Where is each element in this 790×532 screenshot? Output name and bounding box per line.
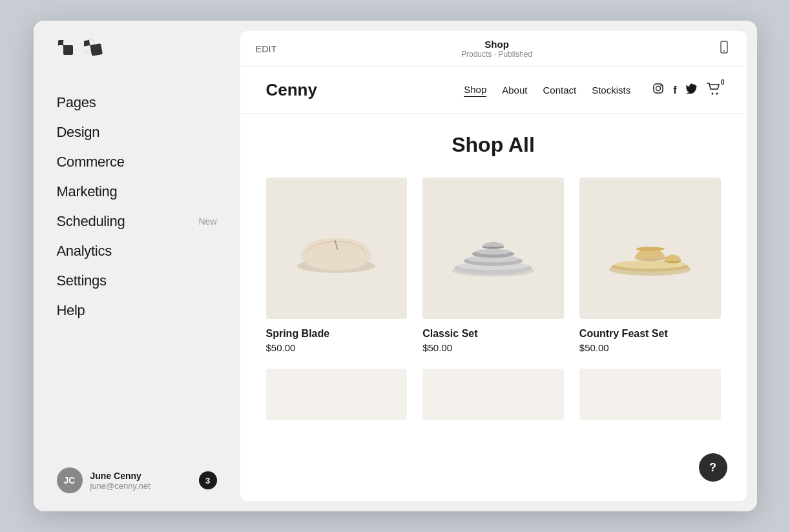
bowl-svg xyxy=(280,192,393,305)
browser-window: Pages Design Commerce Marketing Scheduli… xyxy=(34,21,757,511)
svg-rect-6 xyxy=(84,45,91,52)
squarespace-logo-svg xyxy=(84,39,109,59)
product-name-2: Classic Set xyxy=(422,328,564,340)
user-info[interactable]: JC June Cenny june@cenny.net xyxy=(57,467,151,493)
product-price-3: $50.00 xyxy=(579,342,721,353)
user-email: june@cenny.net xyxy=(90,481,151,491)
svg-point-13 xyxy=(711,92,713,94)
shop-header: Cenny Shop About Contact Stockists xyxy=(240,67,747,114)
product-image-2 xyxy=(422,178,564,319)
svg-point-23 xyxy=(475,249,511,254)
avatar: JC xyxy=(57,467,83,493)
svg-point-11 xyxy=(656,87,661,91)
product-price-1: $50.00 xyxy=(266,342,408,353)
svg-rect-2 xyxy=(58,45,63,50)
shop-nav-shop[interactable]: Shop xyxy=(464,84,486,97)
svg-point-9 xyxy=(723,50,725,52)
svg-rect-5 xyxy=(90,43,103,56)
sidebar-item-analytics[interactable]: Analytics xyxy=(57,236,240,266)
cart-icon xyxy=(707,83,721,96)
sidebar-item-design[interactable]: Design xyxy=(57,118,240,147)
user-name: June Cenny xyxy=(90,471,151,481)
topbar-center: Shop Products · Published xyxy=(461,39,532,59)
cart-badge: 0 xyxy=(721,79,725,86)
svg-point-14 xyxy=(716,92,718,94)
tray-svg xyxy=(594,192,707,305)
product-card-5[interactable] xyxy=(422,369,564,429)
product-card-2[interactable]: Classic Set $50.00 xyxy=(422,178,564,353)
topbar: EDIT Shop Products · Published xyxy=(240,31,747,67)
product-card-1[interactable]: Spring Blade $50.00 xyxy=(266,178,408,353)
sidebar-footer: JC June Cenny june@cenny.net 3 xyxy=(34,455,240,511)
topbar-page-title: Shop xyxy=(461,39,532,50)
shop-nav-contact[interactable]: Contact xyxy=(543,85,576,96)
shop-brand: Cenny xyxy=(266,80,317,100)
sidebar-item-marketing[interactable]: Marketing xyxy=(57,177,240,207)
svg-point-12 xyxy=(660,85,661,87)
sidebar: Pages Design Commerce Marketing Scheduli… xyxy=(34,21,240,511)
edit-label[interactable]: EDIT xyxy=(256,44,277,54)
user-details: June Cenny june@cenny.net xyxy=(90,471,151,491)
product-name-1: Spring Blade xyxy=(266,328,408,340)
product-price-2: $50.00 xyxy=(422,342,564,353)
sidebar-item-commerce[interactable]: Commerce xyxy=(57,147,240,177)
squarespace-icon xyxy=(57,39,81,59)
mobile-preview-icon[interactable] xyxy=(717,40,731,57)
sidebar-item-help[interactable]: Help xyxy=(57,296,240,325)
product-image-4 xyxy=(266,369,408,420)
product-card-3[interactable]: Country Feast Set $50.00 xyxy=(579,178,721,353)
notification-badge[interactable]: 3 xyxy=(199,471,217,489)
cart-icon-wrapper[interactable]: 0 xyxy=(707,83,721,98)
product-image-5 xyxy=(422,369,564,420)
plates-svg xyxy=(437,192,550,305)
products-grid: Spring Blade $50.00 xyxy=(266,178,721,429)
main-content: EDIT Shop Products · Published Cenny Sho… xyxy=(240,31,747,501)
preview-area[interactable]: Cenny Shop About Contact Stockists xyxy=(240,67,747,501)
shop-nav-stockists[interactable]: Stockists xyxy=(592,85,630,96)
product-card-6[interactable] xyxy=(579,369,721,429)
shop-page-title: Shop All xyxy=(266,133,721,157)
help-button[interactable]: ? xyxy=(699,453,727,482)
svg-rect-1 xyxy=(63,45,73,55)
sidebar-item-pages[interactable]: Pages xyxy=(57,88,240,118)
shop-nav: Shop About Contact Stockists xyxy=(464,83,720,98)
sidebar-nav: Pages Design Commerce Marketing Scheduli… xyxy=(34,88,240,455)
product-image-6 xyxy=(579,369,721,420)
svg-rect-3 xyxy=(63,40,68,45)
twitter-icon[interactable] xyxy=(686,83,698,97)
logo[interactable] xyxy=(34,39,240,88)
product-card-4[interactable] xyxy=(266,369,408,429)
facebook-icon[interactable]: f xyxy=(673,85,676,96)
shop-nav-icons: f xyxy=(652,83,720,98)
product-image-3 xyxy=(579,178,721,319)
product-image-1 xyxy=(266,178,408,319)
preview-wrapper: Cenny Shop About Contact Stockists xyxy=(240,67,747,501)
svg-point-29 xyxy=(636,247,664,251)
shop-nav-about[interactable]: About xyxy=(502,85,527,96)
topbar-page-subtitle: Products · Published xyxy=(461,50,532,59)
instagram-icon[interactable] xyxy=(652,83,664,97)
sidebar-item-scheduling[interactable]: Scheduling New xyxy=(57,207,240,236)
shop-main: Shop All xyxy=(240,114,747,455)
product-name-3: Country Feast Set xyxy=(579,328,721,340)
sidebar-item-settings[interactable]: Settings xyxy=(57,266,240,296)
